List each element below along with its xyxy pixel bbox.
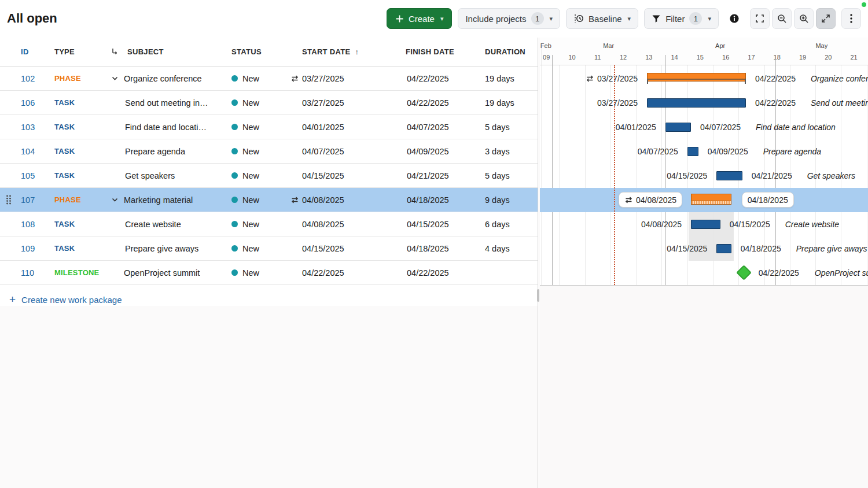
status-label[interactable]: New [242, 74, 259, 83]
start-date-cell[interactable]: 03/27/2025 [289, 98, 392, 108]
finish-date-cell[interactable]: 04/21/2025 [392, 171, 479, 180]
table-row[interactable]: 108 TASK Create website New 04/08/2025 0… [0, 212, 538, 236]
start-date-cell[interactable]: 04/08/2025 [289, 220, 392, 229]
task-bar[interactable] [647, 98, 746, 108]
filter-button[interactable]: Filter 1 ▾ [644, 8, 719, 29]
status-dot [231, 124, 238, 130]
collapse-chevron-icon[interactable] [111, 196, 124, 204]
work-package-id-link[interactable]: 104 [17, 147, 54, 156]
status-label[interactable]: New [242, 244, 259, 253]
work-package-id-link[interactable]: 110 [17, 268, 54, 278]
column-header-status[interactable]: STATUS [231, 47, 289, 56]
finish-date-cell[interactable]: 04/07/2025 [392, 123, 479, 132]
phase-bar[interactable] [691, 194, 731, 205]
fullscreen-button[interactable] [750, 8, 770, 29]
column-header-id[interactable]: ID [17, 47, 54, 56]
table-row[interactable]: 107 PHASE Marketing material New 04/08/2… [0, 188, 538, 212]
duration-cell[interactable]: 3 days [479, 147, 538, 156]
work-package-subject[interactable]: Organize conference [124, 74, 202, 83]
start-date-cell[interactable]: 03/27/2025 [289, 74, 392, 83]
gantt-month-line [552, 55, 553, 285]
task-bar[interactable] [687, 147, 698, 156]
finish-date-cell[interactable]: 04/22/2025 [392, 74, 479, 83]
gantt-timeline-header[interactable]: 09101112131415161718192021FebMarAprMay [540, 38, 868, 65]
finish-date-cell[interactable]: 04/22/2025 [392, 268, 479, 278]
phase-bar[interactable] [647, 73, 746, 82]
work-package-id-link[interactable]: 108 [17, 220, 54, 229]
column-header-finish-date[interactable]: FINISH DATE [392, 47, 479, 56]
start-date-cell[interactable]: 04/15/2025 [289, 171, 392, 180]
start-date-cell[interactable]: 04/07/2025 [289, 147, 392, 156]
duration-cell[interactable]: 5 days [479, 171, 538, 180]
work-package-subject[interactable]: Prepare agenda [125, 147, 185, 156]
table-row[interactable]: 109 TASK Prepare give aways New 04/15/20… [0, 236, 538, 261]
status-label[interactable]: New [242, 195, 259, 205]
work-package-id-link[interactable]: 102 [17, 74, 54, 83]
duration-cell[interactable]: 19 days [479, 74, 538, 83]
status-label[interactable]: New [242, 171, 259, 180]
finish-date-cell[interactable]: 04/22/2025 [392, 98, 479, 108]
work-package-subject[interactable]: Get speakers [125, 171, 175, 180]
work-package-id-link[interactable]: 106 [17, 98, 54, 108]
column-header-start-date[interactable]: START DATE ↑ [289, 47, 392, 56]
finish-date-pill[interactable]: 04/18/2025 [742, 192, 794, 208]
task-bar[interactable] [716, 244, 731, 253]
work-package-id-link[interactable]: 109 [17, 244, 54, 253]
collapse-chevron-icon[interactable] [111, 75, 124, 82]
work-package-subject[interactable]: Find date and locati… [125, 123, 207, 132]
work-package-subject[interactable]: OpenProject summit [124, 268, 200, 278]
zoom-in-button[interactable] [794, 8, 814, 29]
work-package-subject[interactable]: Prepare give aways [125, 244, 198, 253]
start-date-cell[interactable]: 04/01/2025 [289, 123, 392, 132]
start-date-pill[interactable]: 04/08/2025 [619, 192, 682, 208]
gantt-scrollbar-thumb[interactable] [537, 289, 539, 302]
duration-cell[interactable]: 9 days [479, 195, 538, 205]
finish-date-cell[interactable]: 04/15/2025 [392, 220, 479, 229]
duration-cell[interactable]: 4 days [479, 244, 538, 253]
start-date-cell[interactable]: 04/15/2025 [289, 244, 392, 253]
create-work-package-link[interactable]: + Create new work package [0, 285, 538, 306]
table-row[interactable]: 106 TASK Send out meeting in… New 03/27/… [0, 91, 538, 115]
column-header-duration[interactable]: DURATION [479, 47, 538, 56]
status-label[interactable]: New [242, 268, 259, 278]
table-row[interactable]: 104 TASK Prepare agenda New 04/07/2025 0… [0, 139, 538, 164]
finish-date-cell[interactable]: 04/09/2025 [392, 147, 479, 156]
finish-date-cell[interactable]: 04/18/2025 [392, 244, 479, 253]
task-bar[interactable] [691, 220, 720, 229]
status-label[interactable]: New [242, 123, 259, 132]
more-menu-button[interactable] [841, 8, 861, 29]
table-row[interactable]: 102 PHASE Organize conference New 03/27/… [0, 66, 538, 91]
work-package-subject[interactable]: Marketing material [124, 195, 193, 205]
info-button[interactable] [724, 8, 744, 29]
task-bar[interactable] [665, 123, 691, 132]
page-header: All open Create ▾ Include projects 1 ▾ B… [0, 0, 868, 38]
status-label[interactable]: New [242, 220, 259, 229]
table-row[interactable]: 110 MILESTONE OpenProject summit New 04/… [0, 261, 538, 285]
duration-cell[interactable]: 5 days [479, 123, 538, 132]
task-bar[interactable] [716, 171, 742, 180]
include-projects-button[interactable]: Include projects 1 ▾ [458, 8, 560, 29]
work-package-id-link[interactable]: 107 [17, 195, 54, 205]
start-date-cell[interactable]: 04/08/2025 [289, 195, 392, 205]
status-label[interactable]: New [242, 98, 259, 108]
zoom-out-button[interactable] [772, 8, 792, 29]
baseline-button[interactable]: Baseline ▾ [566, 8, 638, 29]
work-package-id-link[interactable]: 103 [17, 123, 54, 132]
table-row[interactable]: 105 TASK Get speakers New 04/15/2025 04/… [0, 164, 538, 188]
duration-cell[interactable]: 6 days [479, 220, 538, 229]
start-date-cell[interactable]: 04/22/2025 [289, 268, 392, 278]
create-button[interactable]: Create ▾ [387, 8, 453, 29]
gantt-month-label: May [775, 42, 868, 49]
work-package-id-link[interactable]: 105 [17, 171, 54, 180]
duration-cell[interactable]: 19 days [479, 98, 538, 108]
column-header-subject[interactable]: SUBJECT [111, 47, 231, 56]
zoom-auto-button[interactable] [816, 8, 836, 29]
work-package-subject[interactable]: Create website [125, 220, 181, 229]
work-package-subject[interactable]: Send out meeting in… [125, 98, 208, 108]
column-header-type[interactable]: TYPE [54, 47, 111, 56]
pane-splitter[interactable] [538, 38, 538, 488]
status-label[interactable]: New [242, 147, 259, 156]
drag-handle-icon[interactable] [6, 195, 12, 205]
finish-date-cell[interactable]: 04/18/2025 [392, 195, 479, 205]
table-row[interactable]: 103 TASK Find date and locati… New 04/01… [0, 115, 538, 139]
